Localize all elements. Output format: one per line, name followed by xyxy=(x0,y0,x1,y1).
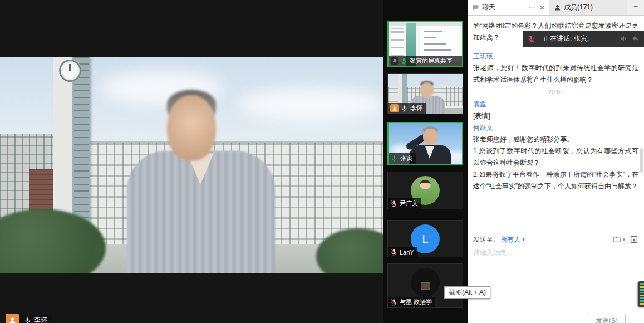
clock-face xyxy=(59,60,81,82)
volume-icon[interactable] xyxy=(620,35,628,43)
thumbnail-yinguangwen[interactable]: 尹广文 xyxy=(387,172,463,209)
main-video-name-label: 李怀 xyxy=(6,314,52,323)
main-video-tile[interactable]: 李怀 xyxy=(0,0,383,323)
chat-scrollbar[interactable] xyxy=(640,148,643,173)
tab-chat-label: 聊天 xyxy=(482,3,495,12)
participant-name: 与墨 政治学 xyxy=(400,298,432,306)
caret-down-icon: ▾ xyxy=(622,237,625,242)
docked-widget[interactable] xyxy=(638,281,644,307)
tab-members[interactable]: 成员(171) xyxy=(549,0,627,15)
cloud-shape xyxy=(239,88,383,121)
mic-on-icon xyxy=(391,155,398,162)
chat-message: 张老师，您好！数字时代的到来对传统社会学的研究范式和学术话语体系将产生什么样的影… xyxy=(473,62,638,86)
tab-chat[interactable]: 聊天 ⋯ ✕ xyxy=(468,0,549,15)
send-button[interactable]: 发送(S) xyxy=(588,314,626,323)
mic-on-icon xyxy=(400,57,407,65)
panel-menu-button[interactable]: ≡ xyxy=(627,0,644,15)
chat-message: [表情] xyxy=(473,110,638,122)
participant-strip: 张寅的屏幕共享 李怀 张寅 xyxy=(383,0,468,323)
participant-name: 尹广文 xyxy=(400,199,418,208)
recipient-value: 所有人 xyxy=(500,235,520,244)
message-sender[interactable]: 王琪瑛 xyxy=(473,51,638,62)
main-video-feed xyxy=(0,57,383,273)
message-input[interactable] xyxy=(473,249,637,257)
speaker-face xyxy=(167,95,216,161)
folder-icon xyxy=(612,235,621,244)
screenshot-tooltip: 截图(Alt + A) xyxy=(444,286,490,299)
thumbnail-yumo[interactable]: 与墨 政治学 xyxy=(387,263,463,308)
avatar-letter: L xyxy=(422,233,428,246)
caret-down-icon: ▾ xyxy=(522,237,525,242)
thumbnail-lany[interactable]: L LanY xyxy=(387,220,463,257)
thumbnail-lihuai[interactable]: 李怀 xyxy=(387,73,463,114)
send-file-button[interactable]: ▾ xyxy=(612,235,625,244)
mic-muted-icon xyxy=(390,298,397,306)
recipient-dropdown[interactable]: 所有人 ▾ xyxy=(500,235,525,244)
tab-more-button[interactable]: ⋯ xyxy=(528,4,535,12)
participant-name: 张寅 xyxy=(400,154,412,163)
speaking-toast-text: 正在讲话: 张寅; xyxy=(543,34,589,43)
tab-close-button[interactable]: ✕ xyxy=(539,4,545,12)
message-sender[interactable]: 袁鑫 xyxy=(473,99,638,110)
host-badge-icon xyxy=(390,104,399,112)
thumbnail-zhangyin[interactable]: 张寅 xyxy=(387,122,463,165)
screenshot-icon[interactable] xyxy=(630,235,638,244)
message-timestamp: 20:51 xyxy=(473,86,638,98)
mic-on-icon xyxy=(24,317,31,323)
reply-arrow-icon[interactable] xyxy=(631,35,640,43)
screen-share-icon xyxy=(391,57,398,65)
chat-message: 张老师您好，感谢您的精彩分享。 1.您谈到了数字时代的社会断裂，您认为有哪些方式… xyxy=(473,134,638,192)
meeting-window: 李怀 张寅的屏幕共享 李怀 xyxy=(0,0,644,323)
main-speaker-name: 李怀 xyxy=(34,316,47,323)
chat-bubble-icon xyxy=(472,4,479,11)
chat-panel: 聊天 ⋯ ✕ 成员(171) ≡ 的“网络团结”的色彩？人们的联结究竟是愈发紧密… xyxy=(468,0,644,323)
panel-tabbar: 聊天 ⋯ ✕ 成员(171) ≡ xyxy=(468,0,644,16)
thumbnail-screen-share[interactable]: 张寅的屏幕共享 xyxy=(387,21,463,67)
mic-muted-icon xyxy=(390,200,397,207)
tab-members-label: 成员(171) xyxy=(564,3,593,12)
send-to-label: 发送至: xyxy=(473,235,495,244)
chat-message-list: 的“网络团结”的色彩？人们的联结究竟是愈发紧密还是更加疏离？ 王琪瑛 张老师，您… xyxy=(468,16,644,232)
host-badge-icon xyxy=(6,314,19,323)
participant-name: 李怀 xyxy=(410,104,422,112)
mic-on-icon xyxy=(401,105,408,112)
participant-name: 张寅的屏幕共享 xyxy=(410,57,453,65)
send-to-bar: 发送至: 所有人 ▾ ▾ xyxy=(468,232,644,247)
member-icon xyxy=(554,4,561,11)
mic-muted-icon xyxy=(528,35,535,42)
avatar xyxy=(411,268,440,297)
speaking-toast: 正在讲话: 张寅; xyxy=(523,31,644,47)
mic-muted-icon xyxy=(390,248,397,256)
message-sender[interactable]: 何跃文 xyxy=(473,122,638,134)
participant-name: LanY xyxy=(400,249,414,256)
equalizer-bars xyxy=(640,283,644,305)
